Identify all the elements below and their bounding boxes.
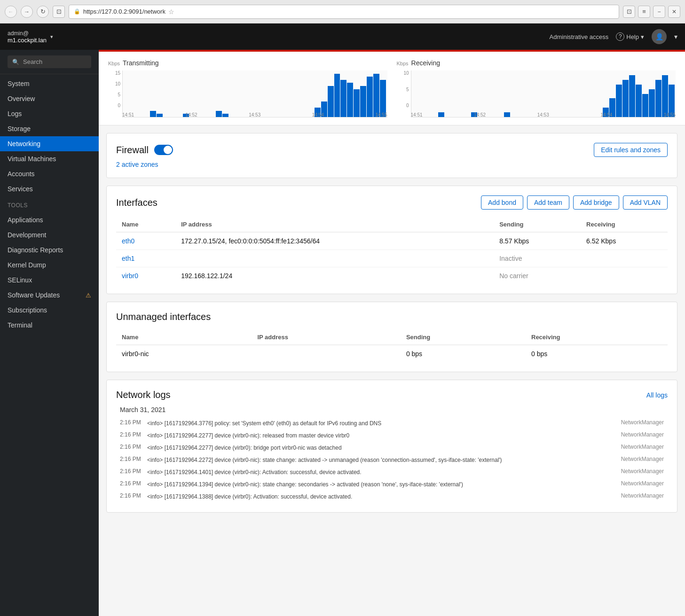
col-name-header: Name — [116, 217, 175, 232]
add-vlan-button[interactable]: Add VLAN — [623, 195, 668, 210]
y-max: 15 — [115, 70, 120, 76]
interface-name-cell[interactable]: eth1 — [116, 250, 175, 267]
sidebar-item-software-updates-label: Software Updates — [8, 291, 60, 299]
list-item: 2:16 PM<info> [1617192964.1388] device (… — [116, 491, 668, 503]
log-time: 2:16 PM — [120, 456, 143, 462]
y-mid: 5 — [118, 92, 120, 97]
sidebar-item-development[interactable]: Development — [0, 227, 99, 242]
ry-mid: 5 — [406, 87, 409, 92]
interface-name-cell[interactable]: virbr0 — [116, 267, 175, 285]
browser-actions: ⊡ ≡ − ✕ — [623, 6, 680, 18]
receive-y-axis: 10 5 0 — [397, 70, 411, 108]
table-row: virbr0-nic0 bps0 bps — [116, 345, 668, 362]
table-row: virbr0192.168.122.1/24No carrier — [116, 267, 668, 285]
content-area: Kbps Transmitting 15 10 5 0 14:51 — [99, 50, 685, 616]
browser-menu-btn[interactable]: ≡ — [638, 6, 650, 18]
logs-header: Network logs All logs — [116, 390, 668, 400]
help-button[interactable]: ? Help ▾ — [616, 32, 644, 41]
logs-title: Network logs — [116, 390, 171, 400]
col-receiving-header: Receiving — [581, 217, 668, 232]
sidebar-item-storage[interactable]: Storage — [0, 121, 99, 136]
sidebar-item-accounts-label: Accounts — [8, 170, 35, 178]
help-dropdown-icon: ▾ — [641, 33, 644, 40]
add-bond-button[interactable]: Add bond — [481, 195, 523, 210]
avatar-dropdown-icon[interactable]: ▾ — [674, 33, 677, 40]
interfaces-section: Interfaces Add bond Add team Add bridge … — [106, 186, 677, 294]
admin-access-label: Administrative access — [550, 33, 609, 40]
log-time: 2:16 PM — [120, 444, 143, 450]
sidebar-item-kernel-dump[interactable]: Kernel Dump — [0, 257, 99, 273]
unmanaged-receiving-cell: 0 bps — [526, 345, 668, 362]
log-message: <info> [1617192964.2277] device (virbr0-… — [143, 431, 603, 440]
sidebar-item-software-updates[interactable]: Software Updates ⚠ — [0, 288, 99, 303]
chart-bar — [367, 77, 373, 117]
unmanaged-interfaces-table: Name IP address Sending Receiving virbr0… — [116, 330, 668, 362]
firewall-header: Firewall Edit rules and zones — [116, 143, 668, 157]
interface-ip-cell: 192.168.122.1/24 — [175, 267, 494, 285]
search-box[interactable]: 🔍 Search — [8, 55, 91, 68]
um-col-sending: Sending — [401, 330, 526, 345]
interface-sending-cell: 8.57 Kbps — [494, 232, 581, 250]
add-team-button[interactable]: Add team — [527, 195, 569, 210]
sidebar-item-logs-label: Logs — [8, 110, 22, 117]
sidebar-item-selinux[interactable]: SELinux — [0, 273, 99, 288]
all-logs-link[interactable]: All logs — [646, 391, 668, 399]
sidebar-item-system-label: System — [8, 80, 30, 87]
sidebar-item-networking[interactable]: Networking — [0, 136, 99, 151]
browser-forward-btn[interactable]: → — [21, 6, 33, 18]
sidebar-item-terminal-label: Terminal — [8, 321, 32, 329]
ry-zero: 0 — [406, 103, 409, 108]
unmanaged-table-header: Name IP address Sending Receiving — [116, 330, 668, 345]
interface-name-cell[interactable]: eth0 — [116, 232, 175, 250]
host-label: m1.cockpit.lan — [8, 37, 47, 44]
chart-bar — [373, 74, 379, 117]
browser-reload-btn[interactable]: ↻ — [37, 6, 49, 18]
sidebar-item-applications[interactable]: Applications — [0, 212, 99, 227]
log-message: <info> [1617192964.2277] device (virbr0)… — [143, 444, 603, 452]
receive-chart: Kbps Receiving 10 5 0 14:51 14:52 — [397, 59, 676, 117]
sidebar-item-diagnostic-reports-label: Diagnostic Reports — [8, 246, 63, 254]
edit-rules-button[interactable]: Edit rules and zones — [594, 143, 668, 157]
firewall-toggle[interactable] — [154, 145, 173, 155]
header-left: admin@ m1.cockpit.lan ▾ — [8, 30, 550, 44]
network-logs-section: Network logs All logs March 31, 2021 2:1… — [106, 380, 677, 513]
interfaces-table: Name IP address Sending Receiving eth017… — [116, 217, 668, 284]
app-container: admin@ m1.cockpit.lan ▾ Administrative a… — [0, 23, 685, 616]
avatar-icon: 👤 — [655, 33, 663, 40]
add-bridge-button[interactable]: Add bridge — [573, 195, 619, 210]
log-message: <info> [1617192964.1388] device (virbr0)… — [143, 492, 603, 501]
sidebar-item-accounts[interactable]: Accounts — [0, 166, 99, 181]
active-zones-link[interactable]: 2 active zones — [116, 161, 158, 168]
sidebar-item-storage-label: Storage — [8, 125, 31, 133]
sidebar-item-diagnostic-reports[interactable]: Diagnostic Reports — [0, 242, 99, 257]
user-dropdown-icon[interactable]: ▾ — [50, 34, 53, 40]
transmit-title: Transmitting — [123, 59, 159, 67]
interface-ip-cell — [175, 250, 494, 267]
sidebar-item-logs[interactable]: Logs — [0, 106, 99, 121]
sidebar-item-terminal[interactable]: Terminal — [0, 318, 99, 333]
help-label: Help — [626, 33, 639, 40]
main-layout: 🔍 Search System Overview Logs Storage — [0, 50, 685, 616]
browser-bookmark-btn[interactable]: ⊡ — [53, 6, 65, 18]
unmanaged-name-cell: virbr0-nic — [116, 345, 252, 362]
browser-chrome: ← → ↻ ⊡ 🔒 https://127.0.0.2:9091/network… — [0, 0, 685, 23]
avatar[interactable]: 👤 — [652, 29, 667, 44]
browser-back-btn[interactable]: ← — [5, 6, 17, 18]
window-close-btn[interactable]: ✕ — [668, 6, 680, 18]
nav-section-tools: Applications Development Diagnostic Repo… — [0, 211, 99, 335]
sidebar-item-virtual-machines-label: Virtual Machines — [8, 155, 56, 163]
chart-bar — [334, 74, 340, 117]
tx-label-1: 14:52 — [186, 112, 197, 117]
receive-chart-wrapper: 10 5 0 14:51 14:52 14:53 14:54 14:55 — [397, 70, 676, 117]
interfaces-table-header: Name IP address Sending Receiving — [116, 217, 668, 232]
sidebar-item-system[interactable]: System — [0, 76, 99, 91]
sidebar-item-overview[interactable]: Overview — [0, 91, 99, 106]
browser-address-bar[interactable]: 🔒 https://127.0.0.2:9091/network ☆ — [69, 5, 619, 19]
sidebar-item-services[interactable]: Services — [0, 181, 99, 196]
sidebar-item-virtual-machines[interactable]: Virtual Machines — [0, 151, 99, 166]
interface-receiving-cell: 6.52 Kbps — [581, 232, 668, 250]
browser-extensions-btn[interactable]: ⊡ — [623, 6, 635, 18]
window-minimize-btn[interactable]: − — [653, 6, 665, 18]
sidebar-item-subscriptions[interactable]: Subscriptions — [0, 303, 99, 318]
receive-title: Receiving — [411, 59, 440, 67]
